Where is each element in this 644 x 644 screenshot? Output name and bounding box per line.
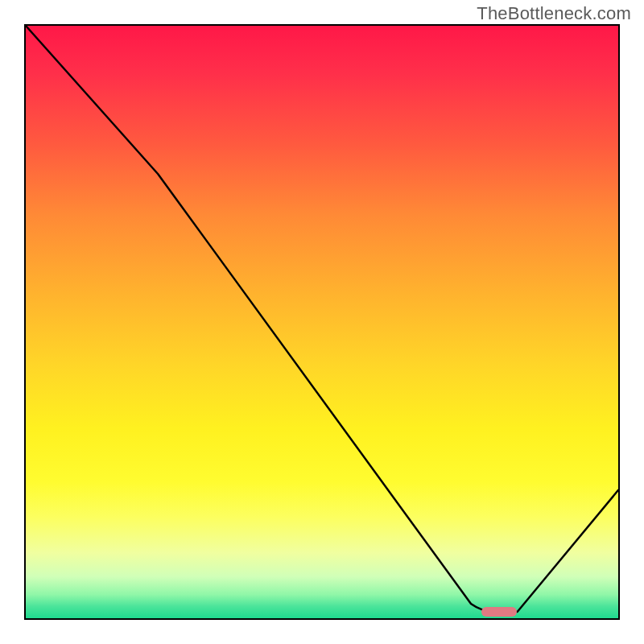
chart-container xyxy=(24,24,620,620)
watermark-text: TheBottleneck.com xyxy=(477,3,631,24)
optimal-marker xyxy=(481,607,517,617)
chart-line-svg xyxy=(26,26,618,618)
chart-curve-path xyxy=(26,26,618,612)
